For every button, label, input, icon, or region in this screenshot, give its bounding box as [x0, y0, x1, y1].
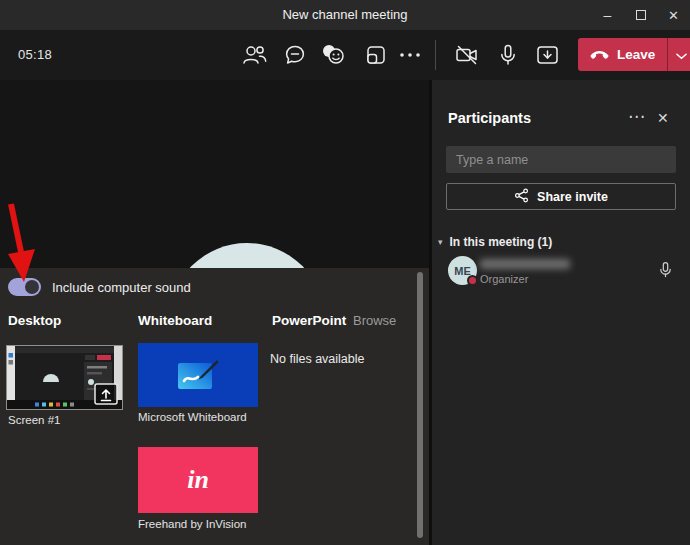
participant-role: Organizer — [480, 273, 528, 285]
section-header-desktop: Desktop — [8, 313, 61, 328]
participants-panel: Participants ⋯ ✕ Share invite ▾ In this … — [432, 80, 690, 545]
mic-toggle-button[interactable] — [492, 40, 524, 70]
breakout-rooms-button[interactable] — [360, 40, 392, 70]
chat-button[interactable] — [279, 40, 311, 70]
share-tray-button[interactable] — [531, 40, 563, 70]
mic-icon — [496, 43, 520, 67]
toggle-label: Include computer sound — [52, 280, 191, 295]
browse-link[interactable]: Browse — [353, 313, 396, 328]
chevron-down-icon — [676, 46, 687, 64]
share-item-freehand-invision[interactable]: in — [138, 447, 258, 513]
camera-off-icon — [454, 43, 480, 67]
share-tray: Include computer sound Desktop Whiteboar… — [0, 268, 429, 545]
whiteboard-app-icon — [177, 359, 219, 391]
popout-window-icon — [365, 44, 387, 66]
toggle-knob — [25, 280, 39, 294]
share-invite-button[interactable]: Share invite — [446, 183, 676, 210]
meeting-stage — [0, 80, 429, 268]
hang-up-icon — [589, 47, 610, 62]
leave-button-main[interactable]: Leave — [578, 38, 667, 71]
caret-down-icon: ▾ — [438, 237, 443, 247]
more-horizontal-icon — [399, 52, 421, 58]
maximize-button[interactable] — [624, 0, 657, 30]
share-item-microsoft-whiteboard[interactable] — [138, 343, 258, 407]
reactions-button[interactable] — [317, 40, 349, 70]
minimize-icon: – — [604, 7, 612, 23]
section-header-powerpoint: PowerPoint — [272, 313, 346, 328]
participants-button[interactable] — [238, 40, 270, 70]
close-button[interactable]: ✕ — [657, 0, 690, 30]
titlebar: New channel meeting – ✕ — [0, 0, 690, 30]
maximize-icon — [636, 10, 646, 20]
close-icon: ✕ — [668, 8, 679, 23]
teams-meeting-window: New channel meeting – ✕ 05:18 — [0, 0, 690, 545]
share-item-screen-1[interactable] — [6, 345, 123, 410]
section-header-whiteboard: Whiteboard — [138, 313, 212, 328]
share-invite-label: Share invite — [537, 190, 608, 204]
leave-options-button[interactable] — [667, 38, 690, 71]
freehand-invision-label: Freehand by InVision — [138, 518, 246, 530]
microsoft-whiteboard-label: Microsoft Whiteboard — [138, 411, 247, 423]
invite-name-input[interactable] — [446, 146, 676, 173]
invision-logo: in — [187, 465, 209, 495]
busy-status-dot — [467, 275, 478, 286]
leave-label: Leave — [617, 47, 655, 62]
powerpoint-empty-message: No files available — [270, 352, 365, 366]
participant-avatar-large — [169, 243, 325, 268]
reactions-icon — [320, 43, 347, 67]
leave-button[interactable]: Leave — [578, 38, 690, 71]
window-title: New channel meeting — [0, 7, 690, 22]
toolbar-divider — [435, 40, 436, 70]
participant-name-redacted — [480, 259, 570, 269]
meeting-timer: 05:18 — [18, 47, 52, 62]
participant-row[interactable]: ME Organizer — [432, 254, 690, 294]
share-overlay-icon — [94, 383, 118, 405]
tray-scrollbar[interactable] — [417, 272, 423, 538]
in-this-meeting-section[interactable]: ▾ In this meeting (1) — [438, 235, 552, 249]
minimize-button[interactable]: – — [591, 0, 624, 30]
camera-toggle-button[interactable] — [451, 40, 483, 70]
screen-1-label: Screen #1 — [8, 414, 60, 426]
share-screen-icon — [535, 43, 560, 67]
computer-sound-row: Include computer sound — [8, 278, 191, 296]
more-actions-button[interactable] — [394, 40, 426, 70]
panel-title: Participants — [448, 110, 531, 126]
meeting-toolbar: 05:18 — [0, 30, 690, 80]
section-label: In this meeting (1) — [450, 235, 553, 249]
chat-icon — [283, 43, 307, 67]
panel-more-button[interactable]: ⋯ — [628, 106, 645, 127]
panel-close-button[interactable]: ✕ — [657, 110, 669, 126]
participant-initials: ME — [454, 265, 471, 277]
people-icon — [241, 43, 268, 67]
participant-mic-icon[interactable] — [658, 261, 673, 283]
include-computer-sound-toggle[interactable] — [8, 278, 41, 296]
share-invite-icon — [514, 188, 529, 206]
